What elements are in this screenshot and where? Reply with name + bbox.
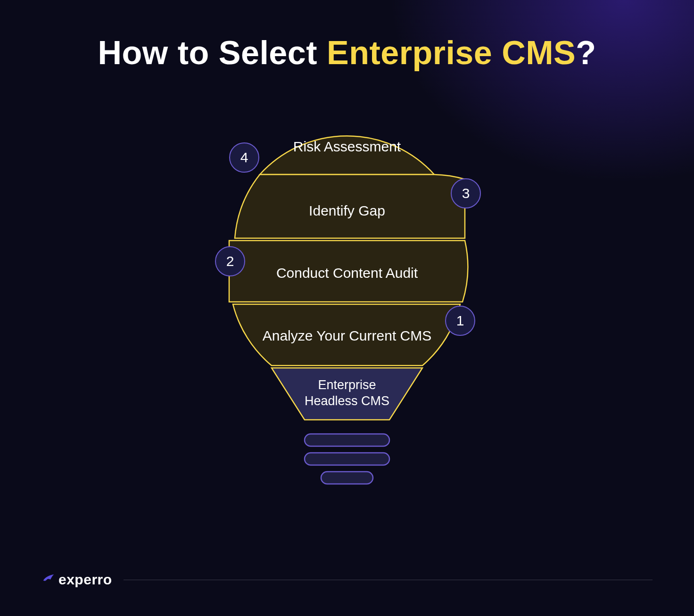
- step-2-badge: 2: [215, 246, 245, 276]
- footer: experro: [41, 572, 653, 588]
- step-2-number: 2: [226, 253, 234, 269]
- bulb-diagram: Risk Assessment Identify Gap Conduct Con…: [196, 108, 498, 495]
- bulb-ring-3: [321, 472, 373, 484]
- page-title: How to Select Enterprise CMS?: [0, 34, 694, 72]
- bulb-ring-1: [305, 434, 389, 446]
- base-label-line2: Headless CMS: [305, 394, 389, 408]
- step-1-number: 1: [456, 313, 464, 329]
- step-1-badge: 1: [445, 306, 475, 336]
- brand-logo: experro: [41, 572, 112, 588]
- base-label-line1: Enterprise: [318, 378, 376, 392]
- title-highlight: Enterprise CMS: [327, 34, 576, 71]
- step-3-label: Identify Gap: [196, 203, 498, 219]
- brand-name: experro: [58, 572, 112, 588]
- title-suffix: ?: [576, 34, 596, 71]
- title-prefix: How to Select: [98, 34, 327, 71]
- bulb-ring-2: [305, 453, 389, 465]
- step-3-number: 3: [462, 185, 470, 201]
- base-label: Enterprise Headless CMS: [196, 377, 498, 409]
- bird-icon: [41, 572, 56, 588]
- step-4-badge: 4: [229, 142, 259, 173]
- footer-divider: [124, 580, 653, 580]
- step-3-badge: 3: [451, 178, 481, 208]
- step-4-number: 4: [240, 150, 248, 166]
